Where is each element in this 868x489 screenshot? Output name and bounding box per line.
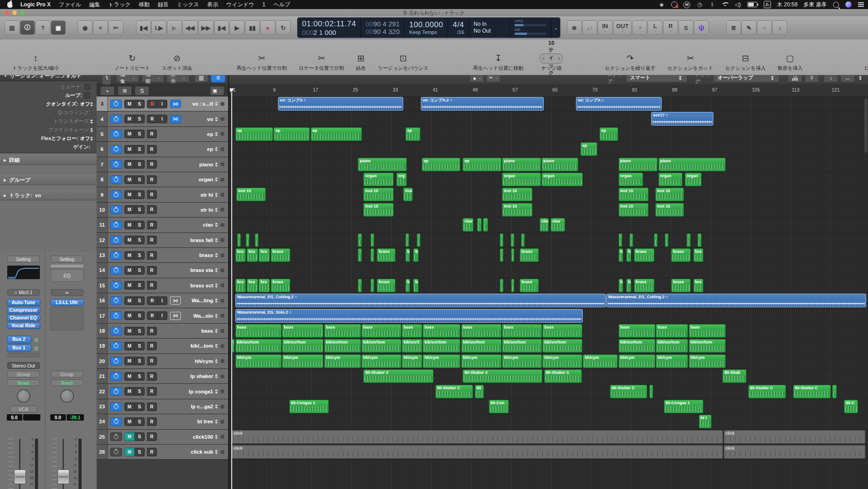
track-name[interactable]: bass: [201, 328, 213, 334]
track-mute-button[interactable]: M: [124, 311, 135, 320]
track-record-button[interactable]: R: [147, 357, 157, 365]
region-65-Congas 1[interactable]: 65-Congas 1: [664, 400, 704, 413]
balance-knob[interactable]: [60, 389, 74, 403]
solo-button[interactable]: S: [678, 20, 693, 35]
track-record-button[interactable]: R: [147, 221, 157, 229]
region-bass[interactable]: bass: [689, 324, 726, 338]
region-click[interactable]: click: [724, 430, 865, 444]
tool-insert-silence[interactable]: ▢無音を挿入: [771, 53, 808, 72]
plugin-slot[interactable]: Vocal Ride: [7, 322, 40, 329]
region-click[interactable]: click: [232, 430, 723, 444]
toolbar-toggle-button[interactable]: ▣: [51, 20, 66, 35]
region-clav[interactable]: clav: [540, 218, 549, 232]
region-Wasurerarenai_EG_Cutting.2[interactable]: Wasurerarenai_EG_Cutting.2 ○: [235, 294, 606, 307]
lcd-signature[interactable]: 4/4 /16: [448, 18, 469, 38]
region-hh/cym[interactable]: hh/cym: [282, 354, 323, 368]
track-lane[interactable]: [229, 414, 868, 429]
track-record-button[interactable]: R: [147, 266, 157, 275]
bluetooth-icon[interactable]: ᛒ: [709, 1, 716, 8]
track-record-button[interactable]: R: [147, 281, 157, 290]
track-name[interactable]: clav: [203, 222, 213, 228]
tool-split-at-locators[interactable]: ✂ロケータ位置で分割: [293, 53, 350, 72]
track-header-bass[interactable]: 18MSRbass: [97, 324, 228, 339]
send-slot[interactable]: Bus 1: [7, 344, 40, 352]
region-kik/snr/tom[interactable]: kik/snr/tom: [502, 339, 542, 353]
region-bra[interactable]: bra: [247, 279, 258, 292]
region-clip[interactable]: [654, 233, 658, 247]
track-mute-button[interactable]: M: [124, 130, 135, 138]
track-mute-button[interactable]: M: [124, 175, 135, 184]
nudge-increment-icon[interactable]: ›: [558, 55, 560, 62]
track-name[interactable]: str lo: [200, 207, 213, 213]
track-power-button[interactable]: [110, 387, 122, 396]
region-kik/snr/tom[interactable]: kik/snr/tom: [689, 339, 726, 353]
region-clip[interactable]: [255, 233, 258, 247]
tool-cut-section[interactable]: ✂セクションをカット: [662, 53, 719, 72]
track-solo-button[interactable]: S: [135, 432, 145, 441]
region-organ[interactable]: organ: [685, 173, 702, 186]
track-header-Wa...ting[interactable]: 16MSRI⋈Wa...ting: [97, 293, 228, 308]
tuner-button[interactable]: ψ: [694, 20, 709, 35]
track-name[interactable]: lp conga1: [189, 389, 213, 394]
track-mute-button[interactable]: M: [124, 296, 135, 305]
time-machine-icon[interactable]: ◷: [696, 1, 703, 8]
track-mute-button[interactable]: M: [124, 160, 135, 169]
volume-fader[interactable]: 03691215182124303540455060: [7, 439, 40, 489]
track-name[interactable]: brass: [199, 252, 213, 258]
track-power-button[interactable]: [110, 448, 122, 456]
patch-stepper-icon[interactable]: [215, 268, 218, 272]
track-power-button[interactable]: [110, 236, 122, 244]
patch-stepper-icon[interactable]: [215, 253, 218, 257]
region-brass[interactable]: brass: [377, 248, 395, 262]
region-clav[interactable]: clav: [463, 218, 473, 232]
track-name[interactable]: click sub: [191, 449, 213, 455]
region-clip[interactable]: [665, 233, 668, 247]
region-bt t[interactable]: bt t: [699, 415, 712, 428]
track-name[interactable]: brass fall: [190, 237, 214, 243]
track-header-lp c...ga2[interactable]: 23MSRlp c...ga2: [97, 399, 228, 414]
eq-slot[interactable]: EQ: [51, 269, 83, 282]
region-clip[interactable]: [687, 233, 690, 247]
region-65-Congas 1[interactable]: 65-Congas 1: [289, 400, 329, 413]
track-name[interactable]: click100: [193, 434, 213, 440]
track-header-vo[interactable]: 4MSRI⋈vo: [97, 111, 228, 126]
volume-readout[interactable]: 0.0: [7, 414, 40, 421]
region-clip[interactable]: [500, 248, 503, 262]
nudge-decrement-icon[interactable]: ‹: [543, 55, 545, 62]
menu-item-ミックス[interactable]: ミックス: [173, 1, 203, 8]
track-record-button[interactable]: R: [147, 190, 157, 199]
track-record-button[interactable]: R: [147, 175, 157, 184]
track-section-header[interactable]: ▶トラック:vo: [0, 190, 97, 200]
list-editors-button[interactable]: ≣: [726, 20, 741, 35]
menu-item-Logic Pro X[interactable]: Logic Pro X: [16, 1, 55, 8]
track-mute-button[interactable]: M: [124, 387, 135, 396]
empty-send-slot[interactable]: [7, 353, 40, 357]
region-clip[interactable]: [371, 248, 374, 262]
track-power-button[interactable]: [110, 145, 122, 154]
region-param[interactable]: ファインチューン:: [0, 126, 97, 134]
patch-stepper-icon[interactable]: [215, 344, 218, 348]
region-clip[interactable]: [511, 248, 514, 262]
region-bass[interactable]: bass: [402, 324, 422, 338]
track-mute-button[interactable]: M: [124, 402, 135, 411]
tool-repeat-section[interactable]: ↷セクションを繰り返す: [599, 53, 661, 72]
count-in-left-button[interactable]: L↓: [648, 20, 663, 35]
track-mute-button[interactable]: M: [124, 221, 135, 229]
media-browser-button[interactable]: ♪: [772, 20, 787, 35]
punch-in-button[interactable]: IN↓: [598, 20, 613, 35]
region-bass[interactable]: bass: [361, 324, 401, 338]
track-solo-button[interactable]: S: [135, 417, 145, 426]
track-header-vo[interactable]: 3MSRI⋈vo|s...tt: [97, 97, 228, 111]
region-kik/snr/tom[interactable]: kik/snr/tom: [235, 339, 282, 353]
track-power-button[interactable]: [110, 100, 122, 108]
track-power-button[interactable]: [110, 190, 122, 199]
param-stepper-icon[interactable]: [90, 136, 93, 141]
region-65-Con[interactable]: 65-Con: [489, 400, 509, 413]
track-header-kik/...tom[interactable]: 19MSRkik/...tom: [97, 339, 228, 353]
track-power-button[interactable]: [110, 205, 122, 214]
metronome-button[interactable]: ◔: [632, 20, 647, 35]
region-bra[interactable]: bra: [258, 248, 270, 262]
track-name[interactable]: hh/cym: [195, 358, 213, 364]
region-bass[interactable]: bass: [656, 324, 688, 338]
region-param[interactable]: トランスポーズ:: [0, 117, 97, 126]
